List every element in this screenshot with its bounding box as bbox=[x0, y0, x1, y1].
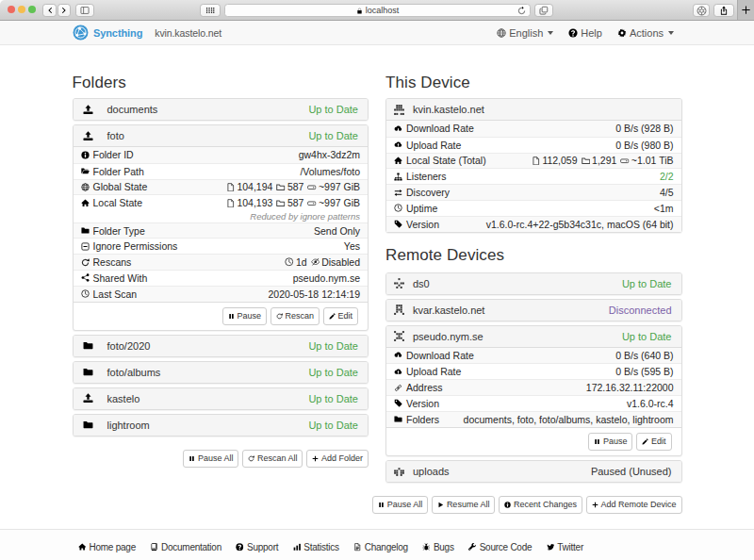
row-label: Address bbox=[394, 382, 443, 393]
pause-button[interactable]: Pause bbox=[588, 433, 632, 451]
nav-item-actions[interactable]: Actions bbox=[617, 27, 674, 39]
nav-item-label: English bbox=[509, 27, 543, 39]
extension-button[interactable] bbox=[693, 4, 710, 17]
table-row-download-rate: Download Rate0 B/s (640 B) bbox=[386, 348, 681, 364]
row-label-text: Folder Path bbox=[93, 166, 144, 177]
footer-link-support[interactable]: Support bbox=[236, 542, 278, 552]
window-minimize-button[interactable] bbox=[18, 6, 25, 13]
tabs-button[interactable] bbox=[534, 4, 553, 17]
this-device-heading: This Device bbox=[385, 74, 682, 92]
add-remote-device-button[interactable]: Add Remote Device bbox=[586, 496, 682, 514]
edit-button[interactable]: Edit bbox=[636, 433, 671, 451]
header-icon-wrap bbox=[394, 331, 413, 341]
row-value-segment: 0 B/s (928 B) bbox=[615, 123, 673, 134]
folder-header-lightroom[interactable]: lightroomUp to Date bbox=[74, 415, 369, 436]
footer-link-twitter[interactable]: Twitter bbox=[547, 542, 583, 552]
recent-changes-button[interactable]: Recent Changes bbox=[499, 496, 582, 514]
table-row-discovery: Discovery4/5 bbox=[386, 184, 681, 200]
window-zoom-button[interactable] bbox=[28, 6, 36, 13]
folder-header-foto-albums[interactable]: foto/albumsUp to Date bbox=[74, 362, 369, 383]
row-label: Uptime bbox=[394, 203, 437, 214]
row-label: Version bbox=[394, 219, 439, 230]
device-name: kvar.kastelo.net bbox=[413, 305, 484, 316]
globe-icon bbox=[497, 28, 506, 38]
row-label-text: Download Rate bbox=[406, 350, 474, 361]
nav-item-english[interactable]: English bbox=[497, 27, 553, 39]
chevron-right-icon bbox=[60, 7, 68, 14]
row-value-segment: 587 bbox=[276, 197, 303, 208]
folder-header-foto[interactable]: fotoUp to Date bbox=[74, 125, 369, 147]
footer-link-label: Documentation bbox=[161, 542, 221, 552]
device-actions: Pause AllResume AllRecent ChangesAdd Rem… bbox=[385, 496, 682, 514]
pause-all-button[interactable]: Pause All bbox=[183, 450, 238, 468]
this-device-panel-kvin-kastelo-net: kvin.kastelo.netDownload Rate0 B/s (928 … bbox=[385, 98, 682, 233]
file-text-icon bbox=[353, 543, 362, 552]
device-status: Up to Date bbox=[622, 331, 672, 342]
row-value-segment: 2020-05-18 12:14:19 bbox=[269, 288, 361, 300]
footer-link-documentation[interactable]: Documentation bbox=[150, 542, 221, 552]
sitemap-icon bbox=[394, 173, 402, 181]
address-bar[interactable]: localhost bbox=[224, 4, 531, 17]
add-folder-button[interactable]: Add Folder bbox=[306, 450, 369, 468]
pencil-icon bbox=[329, 313, 336, 320]
reload-button[interactable] bbox=[515, 4, 528, 17]
lock-icon bbox=[356, 8, 363, 14]
row-value-text: 0 B/s (928 B) bbox=[615, 123, 673, 134]
row-label-text: Rescans bbox=[93, 256, 132, 268]
tab-overview-button[interactable] bbox=[200, 4, 221, 17]
new-tab-button[interactable] bbox=[737, 0, 754, 20]
row-value-text: ~997 GiB bbox=[319, 197, 360, 208]
row-label-text: Address bbox=[406, 382, 443, 393]
add-remote-device-label: Add Remote Device bbox=[600, 500, 676, 509]
folder-panel-foto-2020: foto/2020Up to Date bbox=[73, 335, 369, 357]
row-label-text: Local State bbox=[93, 197, 143, 208]
footer-link-changelog[interactable]: Changelog bbox=[353, 542, 408, 552]
folder-header-kastelo[interactable]: kasteloUp to Date bbox=[74, 388, 369, 409]
device-header-kvar-kastelo-net[interactable]: kvar.kastelo.netDisconnected bbox=[386, 300, 681, 321]
footer-link-source-code[interactable]: Source Code bbox=[468, 542, 532, 552]
resume-all-button[interactable]: Resume All bbox=[432, 496, 495, 514]
rescan-button[interactable]: Rescan bbox=[270, 307, 320, 325]
device-header-uploads[interactable]: uploadsPaused (Unused) bbox=[386, 461, 681, 482]
syncthing-logo[interactable]: Syncthing bbox=[73, 25, 142, 41]
sidebar-button[interactable] bbox=[75, 4, 94, 17]
forward-button[interactable] bbox=[57, 4, 71, 17]
row-label-text: Discovery bbox=[406, 187, 450, 198]
row-label: Discovery bbox=[394, 187, 450, 198]
row-value-text: 0 B/s (595 B) bbox=[615, 366, 673, 377]
upload-icon bbox=[83, 105, 93, 115]
footer-link-label: Twitter bbox=[557, 542, 583, 552]
share-button[interactable] bbox=[713, 4, 734, 17]
folder-icon bbox=[83, 420, 93, 430]
pause-button[interactable]: Pause bbox=[222, 307, 267, 325]
footer-link-statistics[interactable]: Statistics bbox=[293, 542, 339, 552]
folder-header-foto-2020[interactable]: foto/2020Up to Date bbox=[74, 336, 369, 356]
chevron-left-icon bbox=[46, 7, 54, 14]
nav-item-help[interactable]: Help bbox=[568, 27, 602, 39]
window-close-button[interactable] bbox=[8, 6, 15, 13]
twitter-icon bbox=[547, 543, 555, 552]
device-header-pseudo-nym-se[interactable]: pseudo.nym.seUp to Date bbox=[386, 326, 681, 348]
back-button[interactable] bbox=[42, 4, 57, 17]
file-o-icon bbox=[532, 156, 541, 166]
footer-link-home-page[interactable]: Home page bbox=[78, 542, 136, 552]
wrench-icon bbox=[468, 543, 477, 552]
rescan-all-button[interactable]: Rescan All bbox=[242, 450, 303, 468]
refresh-icon bbox=[81, 258, 90, 267]
device-header-ds0[interactable]: ds0Up to Date bbox=[386, 273, 681, 294]
this-device-header-kvin-kastelo-net[interactable]: kvin.kastelo.net bbox=[386, 99, 681, 121]
folder-name: lightroom bbox=[107, 420, 150, 431]
folder-header-documents[interactable]: documentsUp to Date bbox=[74, 99, 369, 120]
clock-icon bbox=[285, 257, 294, 267]
device-footer: PauseEdit bbox=[386, 427, 681, 455]
footer-link-bugs[interactable]: Bugs bbox=[422, 542, 453, 552]
device-panel-kvar-kastelo-net: kvar.kastelo.netDisconnected bbox=[385, 299, 682, 321]
row-value: v1.6.0-rc.4+22-g5b34c31c, macOS (64 bit) bbox=[486, 219, 674, 230]
pause-all-button[interactable]: Pause All bbox=[372, 496, 428, 514]
row-label: Shared With bbox=[81, 272, 148, 284]
device-details: Download Rate0 B/s (640 B)Upload Rate0 B… bbox=[386, 348, 681, 427]
device-identicon bbox=[394, 105, 404, 115]
edit-button[interactable]: Edit bbox=[323, 307, 358, 325]
folder-status: Up to Date bbox=[308, 130, 358, 141]
pause-icon bbox=[378, 502, 385, 508]
